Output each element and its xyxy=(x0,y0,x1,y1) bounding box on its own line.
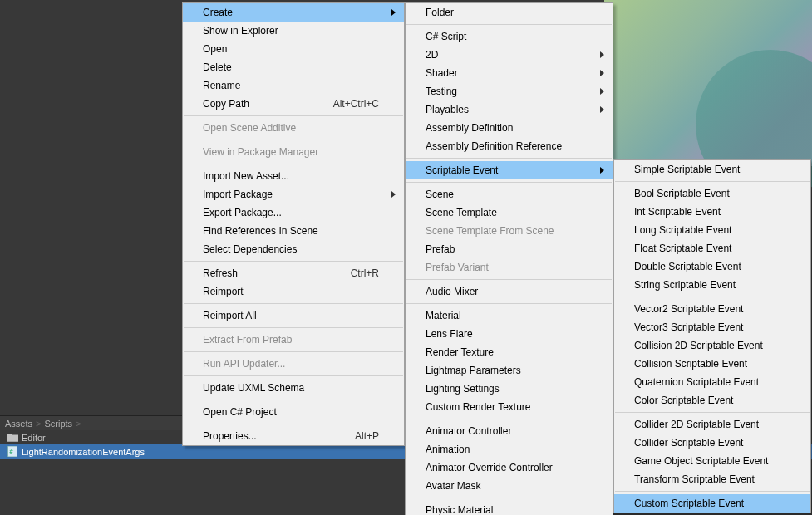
menu-item-show-in-explorer[interactable]: Show in Explorer xyxy=(183,22,404,40)
menu-item-open-cs-project[interactable]: Open C# Project xyxy=(183,403,404,421)
menu-item-long-scriptable-event[interactable]: Long Scriptable Event xyxy=(614,221,810,239)
menu-item-animation[interactable]: Animation xyxy=(406,440,613,459)
menu-item-copy-path[interactable]: Copy PathAlt+Ctrl+C xyxy=(183,95,404,113)
menu-item-collider-2d-scriptable-event[interactable]: Collider 2D Scriptable Event xyxy=(614,415,810,434)
menu-label: Collision 2D Scriptable Event xyxy=(634,340,763,351)
menu-item-double-scriptable-event[interactable]: Double Scriptable Event xyxy=(614,258,810,276)
menu-label: Scene Template From Scene xyxy=(426,225,554,237)
menu-item-material[interactable]: Material xyxy=(406,307,613,325)
project-file-label: LightRandomizationEventArgs xyxy=(22,447,145,457)
breadcrumb-part-scripts[interactable]: Scripts xyxy=(44,419,72,429)
menu-label: Rename xyxy=(203,80,240,91)
menu-label: Quaternion Scriptable Event xyxy=(634,376,759,388)
menu-label: Folder xyxy=(426,7,454,18)
menu-item-update-uxml-schema[interactable]: Update UXML Schema xyxy=(183,379,404,397)
menu-item-find-references[interactable]: Find References In Scene xyxy=(183,222,404,240)
menu-item-quaternion-scriptable-event[interactable]: Quaternion Scriptable Event xyxy=(614,373,810,391)
menu-separator xyxy=(184,351,403,352)
scene-preview-bg xyxy=(604,0,812,166)
menu-item-refresh[interactable]: RefreshCtrl+R xyxy=(183,264,404,282)
menu-item-simple-scriptable-event[interactable]: Simple Scriptable Event xyxy=(614,160,810,179)
project-folder-label: Editor xyxy=(22,433,46,443)
menu-item-export-package[interactable]: Export Package... xyxy=(183,204,404,222)
menu-item-prefab[interactable]: Prefab xyxy=(406,240,613,258)
menu-separator xyxy=(615,297,810,297)
menu-item-bool-scriptable-event[interactable]: Bool Scriptable Event xyxy=(614,184,810,203)
menu-separator xyxy=(184,140,403,140)
context-menu-create: Folder C# Script 2D Shader Testing Playa… xyxy=(405,2,613,515)
menu-item-int-scriptable-event[interactable]: Int Scriptable Event xyxy=(614,203,810,221)
menu-item-select-dependencies[interactable]: Select Dependencies xyxy=(183,240,404,258)
menu-item-lens-flare[interactable]: Lens Flare xyxy=(406,325,613,343)
menu-item-render-texture[interactable]: Render Texture xyxy=(406,343,613,361)
menu-item-custom-render-texture[interactable]: Custom Render Texture xyxy=(406,398,613,416)
menu-separator xyxy=(184,327,403,328)
menu-label: Update UXML Schema xyxy=(203,382,304,394)
menu-item-reimport-all[interactable]: Reimport All xyxy=(183,307,404,325)
menu-item-rename[interactable]: Rename xyxy=(183,76,404,95)
menu-label: Scriptable Event xyxy=(426,164,498,176)
menu-label: Export Package... xyxy=(203,207,282,218)
menu-label: View in Package Manager xyxy=(203,146,318,158)
menu-item-scene-template[interactable]: Scene Template xyxy=(406,204,613,222)
menu-item-string-scriptable-event[interactable]: String Scriptable Event xyxy=(614,276,810,294)
menu-item-animator-controller[interactable]: Animator Controller xyxy=(406,422,613,440)
menu-separator xyxy=(184,164,403,164)
menu-label: Custom Render Texture xyxy=(426,401,531,413)
menu-label: Collision Scriptable Event xyxy=(634,358,747,370)
menu-separator xyxy=(406,279,612,280)
menu-item-avatar-mask[interactable]: Avatar Mask xyxy=(406,477,613,495)
menu-item-scene[interactable]: Scene xyxy=(406,185,613,204)
menu-label: Int Scriptable Event xyxy=(634,206,721,218)
menu-item-run-api-updater: Run API Updater... xyxy=(183,355,404,373)
menu-item-collision-2d-scriptable-event[interactable]: Collision 2D Scriptable Event xyxy=(614,336,810,355)
menu-item-import-new-asset[interactable]: Import New Asset... xyxy=(183,167,404,185)
menu-item-collider-scriptable-event[interactable]: Collider Scriptable Event xyxy=(614,434,810,452)
menu-label: Open xyxy=(203,43,227,55)
menu-item-2d[interactable]: 2D xyxy=(406,46,613,64)
menu-item-audio-mixer[interactable]: Audio Mixer xyxy=(406,282,613,301)
menu-item-color-scriptable-event[interactable]: Color Scriptable Event xyxy=(614,391,810,410)
menu-item-collision-scriptable-event[interactable]: Collision Scriptable Event xyxy=(614,355,810,373)
menu-item-physic-material[interactable]: Physic Material xyxy=(406,501,613,515)
menu-item-reimport[interactable]: Reimport xyxy=(183,282,404,301)
menu-item-transform-scriptable-event[interactable]: Transform Scriptable Event xyxy=(614,470,810,488)
menu-separator xyxy=(615,491,810,492)
menu-item-testing[interactable]: Testing xyxy=(406,82,613,101)
menu-item-lightmap-parameters[interactable]: Lightmap Parameters xyxy=(406,361,613,380)
menu-item-vector2-scriptable-event[interactable]: Vector2 Scriptable Event xyxy=(614,300,810,318)
menu-item-folder[interactable]: Folder xyxy=(406,3,613,22)
breadcrumb-sep: > xyxy=(76,419,81,429)
menu-label: Float Scriptable Event xyxy=(634,243,731,254)
menu-item-properties[interactable]: Properties...Alt+P xyxy=(183,427,404,445)
menu-item-scriptable-event[interactable]: Scriptable Event xyxy=(406,161,613,179)
menu-item-vector3-scriptable-event[interactable]: Vector3 Scriptable Event xyxy=(614,318,810,336)
breadcrumb-part-assets[interactable]: Assets xyxy=(5,419,32,429)
menu-label: Scene xyxy=(426,189,454,200)
menu-item-open[interactable]: Open xyxy=(183,40,404,58)
menu-label: Create xyxy=(203,7,233,18)
menu-item-assembly-definition[interactable]: Assembly Definition xyxy=(406,119,613,137)
menu-label: Animation xyxy=(426,444,470,455)
menu-item-delete[interactable]: Delete xyxy=(183,58,404,76)
menu-label: Extract From Prefab xyxy=(203,334,292,346)
menu-item-prefab-variant: Prefab Variant xyxy=(406,258,613,277)
menu-label: Reimport xyxy=(203,286,244,297)
menu-label: Prefab Variant xyxy=(426,262,489,273)
menu-item-cs-script[interactable]: C# Script xyxy=(406,27,613,46)
menu-item-lighting-settings[interactable]: Lighting Settings xyxy=(406,380,613,398)
menu-item-import-package[interactable]: Import Package xyxy=(183,185,404,204)
menu-item-create[interactable]: Create xyxy=(183,3,404,22)
menu-item-game-object-scriptable-event[interactable]: Game Object Scriptable Event xyxy=(614,452,810,470)
menu-shortcut: Alt+P xyxy=(355,430,379,442)
menu-item-playables[interactable]: Playables xyxy=(406,101,613,119)
menu-item-shader[interactable]: Shader xyxy=(406,64,613,82)
menu-label: Prefab xyxy=(426,243,455,255)
menu-item-scene-template-from-scene: Scene Template From Scene xyxy=(406,222,613,240)
menu-item-float-scriptable-event[interactable]: Float Scriptable Event xyxy=(614,239,810,258)
menu-item-assembly-definition-reference[interactable]: Assembly Definition Reference xyxy=(406,137,613,155)
menu-item-animator-override-controller[interactable]: Animator Override Controller xyxy=(406,459,613,477)
menu-separator xyxy=(406,498,612,498)
menu-item-custom-scriptable-event[interactable]: Custom Scriptable Event xyxy=(614,494,810,513)
menu-label: Copy Path xyxy=(203,98,249,110)
